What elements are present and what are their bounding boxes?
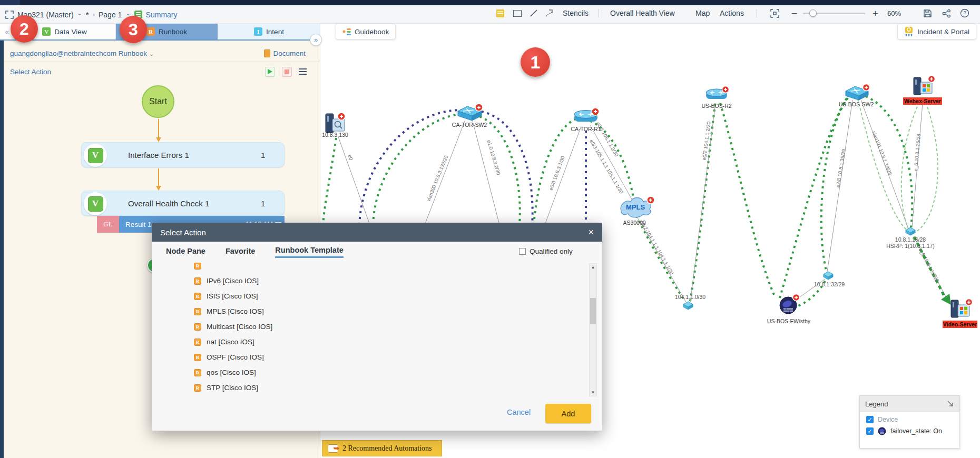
- scrollbar-thumb[interactable]: [590, 298, 596, 324]
- list-item[interactable]: RSTP [Cisco IOS]: [194, 380, 258, 395]
- device-hub-104-1-1-0[interactable]: [683, 302, 693, 310]
- result-label: Result 1: [125, 221, 152, 228]
- tab-runbook-template[interactable]: Runbook Template: [275, 246, 343, 258]
- qualified-only-label: Qualified only: [530, 247, 573, 255]
- view-menu-button[interactable]: Overall Health View: [610, 5, 675, 21]
- device-hub-10-8-1-32[interactable]: [824, 272, 833, 280]
- flow-node-overall-health[interactable]: V Overall Health Check 1 1: [81, 191, 285, 216]
- rectangle-tool-icon[interactable]: [513, 5, 522, 21]
- scroll-down-icon[interactable]: ▼: [590, 390, 596, 395]
- tab-label: Intent: [266, 28, 284, 36]
- guidebook-button[interactable]: Guidebook: [336, 24, 396, 39]
- note-tool-icon[interactable]: [496, 5, 504, 21]
- legend-item-failover: ✓ failover_state: On: [860, 423, 959, 435]
- zoom-slider-handle[interactable]: [809, 9, 817, 17]
- map-title-caret-icon[interactable]: ⌄: [77, 10, 82, 17]
- recommended-automations-bar[interactable]: 2 Recommended Automations: [322, 440, 442, 456]
- automation-label: 2 Recommended Automations: [342, 444, 432, 453]
- zoom-in-button[interactable]: +: [873, 5, 878, 21]
- panel-tabs: « V Data View R Runbook I Intent: [0, 24, 320, 41]
- map-menu-button[interactable]: Map: [695, 5, 710, 21]
- node-label: Interface Errors 1: [128, 151, 189, 160]
- run-button[interactable]: [265, 67, 275, 77]
- tab-node-pane[interactable]: Node Pane: [166, 247, 205, 257]
- flow-node-interface-errors[interactable]: V Interface Errors 1 1: [81, 142, 285, 167]
- device-mpls-cloud[interactable]: MPLS: [621, 198, 651, 217]
- tab-favorite[interactable]: Favorite: [226, 247, 255, 257]
- intent-icon: I: [254, 27, 262, 36]
- scroll-up-icon[interactable]: ▲: [590, 265, 596, 270]
- line-tool-icon[interactable]: [530, 5, 538, 21]
- share-icon[interactable]: [942, 5, 951, 21]
- runbook-template-icon: R: [194, 323, 201, 331]
- help-icon[interactable]: ?: [960, 5, 969, 21]
- actions-menu-button[interactable]: Actions: [720, 5, 744, 21]
- app-logo: [0, 0, 20, 5]
- svg-text:e0/3-105.1.1.1 105.1.1.1/30: e0/3-105.1.1.1 105.1.1.1/30: [589, 138, 624, 195]
- document-button[interactable]: Document: [264, 49, 314, 57]
- legend-checkbox[interactable]: ✓: [866, 427, 874, 435]
- annotation-1: 1: [521, 47, 550, 77]
- list-item[interactable]: Rnat [Cisco IOS]: [194, 334, 254, 350]
- device-hub-10-8-1-16[interactable]: [906, 227, 915, 235]
- close-icon[interactable]: ×: [588, 227, 594, 237]
- tab-label: Runbook: [159, 28, 187, 36]
- expand-map-icon[interactable]: [5, 11, 14, 19]
- device-label: CA-TOR-SW2: [452, 122, 487, 128]
- dialog-scrollbar[interactable]: ▲ ▼: [589, 263, 597, 396]
- document-label: Document: [273, 49, 306, 57]
- summary-link[interactable]: Summary: [146, 11, 178, 19]
- data-view-node-icon: V: [84, 144, 107, 167]
- list-item-partial[interactable]: R: [194, 263, 201, 273]
- svg-text:e0/2 104.1.1.2/30: e0/2 104.1.1.2/30: [701, 121, 712, 161]
- legend-label: Device: [878, 416, 898, 423]
- path-tool-icon[interactable]: [545, 5, 555, 21]
- list-item[interactable]: ROSPF [Cisco IOS]: [194, 350, 264, 365]
- select-action-row: Select Action: [4, 62, 320, 81]
- device-label: 10.8.1.32/29: [814, 281, 845, 287]
- page-selector[interactable]: Page 1: [99, 11, 122, 19]
- unsaved-indicator: *: [86, 10, 89, 19]
- zoom-out-button[interactable]: −: [791, 5, 797, 21]
- device-label-alert: Webex-Server: [903, 97, 942, 105]
- svg-text:e0/2-104.1.1.1 104.1.1.1/20: e0/2-104.1.1.1 104.1.1.1/20: [639, 220, 675, 276]
- expand-panel-button[interactable]: »: [310, 34, 322, 46]
- fit-to-screen-icon[interactable]: [770, 5, 779, 21]
- guidebook-label: Guidebook: [355, 28, 389, 36]
- flow-start-node[interactable]: Start: [142, 85, 174, 118]
- legend-title: Legend: [865, 400, 888, 408]
- svg-text:vlan300 10.8.3.132/25: vlan300 10.8.3.132/25: [425, 154, 449, 202]
- annotation-3: 3: [120, 16, 147, 43]
- runbook-menu-icon[interactable]: [299, 68, 307, 75]
- alert-badge-icon: [966, 299, 973, 306]
- qualified-only-control[interactable]: Qualified only: [519, 247, 573, 255]
- zoom-slider[interactable]: [803, 5, 865, 21]
- list-item[interactable]: RISIS [Cisco IOS]: [194, 288, 258, 304]
- select-action-link[interactable]: Select Action: [10, 68, 51, 76]
- cancel-button[interactable]: Cancel: [507, 408, 531, 416]
- svg-text:vlan101 10.8.1.19/28: vlan101 10.8.1.19/28: [871, 130, 893, 176]
- runbook-selector[interactable]: guangdongliao@netbraintechcom Runbook ⌄: [10, 49, 154, 57]
- add-button[interactable]: Add: [545, 404, 591, 423]
- stencils-button[interactable]: Stencils: [563, 5, 589, 21]
- qualified-only-checkbox[interactable]: [519, 248, 526, 255]
- incident-portal-button[interactable]: Incident & Portal: [897, 24, 976, 39]
- device-sublabel: AS30000: [623, 220, 645, 226]
- zoom-level[interactable]: 60%: [887, 5, 901, 21]
- legend-collapse-icon[interactable]: [947, 400, 954, 407]
- list-item[interactable]: RMPLS [Cisco IOS]: [194, 304, 264, 319]
- list-item[interactable]: RMulticast [Cisco IOS]: [194, 319, 272, 334]
- stop-button[interactable]: [282, 67, 292, 77]
- alert-badge-icon: [338, 113, 345, 120]
- legend-checkbox[interactable]: ✓: [866, 416, 874, 423]
- dialog-header[interactable]: Select Action ×: [152, 223, 602, 242]
- svg-text:e0: e0: [347, 154, 354, 161]
- tab-intent[interactable]: I Intent: [218, 24, 320, 39]
- legend-header[interactable]: Legend: [860, 396, 959, 412]
- svg-text:e_6 10.8.1.26/28: e_6 10.8.1.26/28: [913, 134, 922, 172]
- list-item[interactable]: RIPv6 [Cisco IOS]: [194, 273, 259, 288]
- list-item[interactable]: Rqos [Cisco IOS]: [194, 365, 256, 380]
- runbook-selector-row: guangdongliao@netbraintechcom Runbook ⌄ …: [4, 45, 320, 62]
- save-icon[interactable]: [923, 5, 932, 21]
- runbook-template-icon: R: [194, 354, 201, 361]
